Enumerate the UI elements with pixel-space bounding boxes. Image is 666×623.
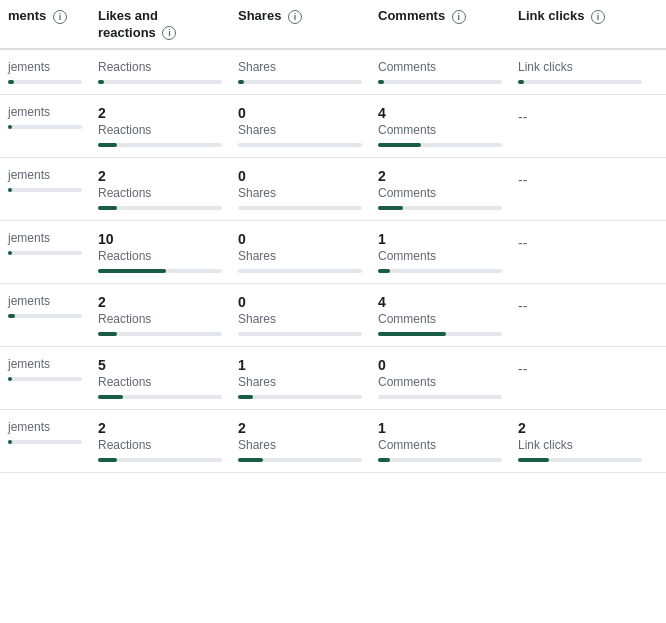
cell-label: Comments xyxy=(378,123,502,137)
progress-fill xyxy=(8,314,15,318)
progress-fill xyxy=(238,458,263,462)
cell-label: Shares xyxy=(238,312,362,326)
progress-bg xyxy=(238,269,362,273)
progress-bg xyxy=(98,458,222,462)
cell-reactions-3: 2 Reactions xyxy=(90,294,230,336)
progress-bg xyxy=(238,395,362,399)
cell-value: 2 xyxy=(378,168,502,184)
cell-value: 0 xyxy=(238,294,362,310)
cell-dash: -- xyxy=(518,168,642,188)
cell-shares-0: 0 Shares xyxy=(230,105,370,147)
header-engagements: ments i xyxy=(0,8,90,25)
table-row: jements 10 Reactions 0 Shares 1 Comments… xyxy=(0,221,666,284)
progress-fill xyxy=(238,395,253,399)
progress-bg xyxy=(378,80,502,84)
info-icon-shares[interactable]: i xyxy=(288,10,302,24)
progress-fill xyxy=(98,395,123,399)
cell-label: Comments xyxy=(378,186,502,200)
progress-fill xyxy=(378,458,390,462)
cell-label: Reactions xyxy=(98,438,222,452)
progress-bg xyxy=(8,188,82,192)
progress-fill xyxy=(8,377,12,381)
cell-dash: -- xyxy=(518,357,642,377)
cell-comments-5: 1 Comments xyxy=(370,420,510,462)
info-icon-comments[interactable]: i xyxy=(452,10,466,24)
header-likes: Likes and reactions i xyxy=(90,8,230,42)
cell-value: 1 xyxy=(378,231,502,247)
cell-reactions-1: 2 Reactions xyxy=(90,168,230,210)
progress-fill xyxy=(378,80,384,84)
rows-container: jements 2 Reactions 0 Shares 4 Comments … xyxy=(0,95,666,473)
info-icon-linkclicks[interactable]: i xyxy=(591,10,605,24)
cell-value: 0 xyxy=(238,231,362,247)
metrics-table: ments i Likes and reactions i Shares i C… xyxy=(0,0,666,473)
cell-label: Reactions xyxy=(98,375,222,389)
table-row: jements 2 Reactions 0 Shares 4 Comments … xyxy=(0,284,666,347)
cell-engagements-1: jements xyxy=(0,168,90,192)
info-icon-likes[interactable]: i xyxy=(162,26,176,40)
cell-label: Shares xyxy=(238,438,362,452)
subheader-reactions: Reactions xyxy=(90,60,230,84)
table-row: jements 2 Reactions 2 Shares 1 Comments … xyxy=(0,410,666,473)
progress-bg xyxy=(378,206,502,210)
progress-fill xyxy=(8,251,12,255)
progress-bg xyxy=(98,143,222,147)
table-row: jements 5 Reactions 1 Shares 0 Comments … xyxy=(0,347,666,410)
cell-engagements-4: jements xyxy=(0,357,90,381)
cell-label: Comments xyxy=(378,249,502,263)
progress-bg xyxy=(238,332,362,336)
progress-bg xyxy=(8,80,82,84)
cell-value: 2 xyxy=(98,168,222,184)
cell-engagements-5: jements xyxy=(0,420,90,444)
cell-label: Reactions xyxy=(98,123,222,137)
progress-bg xyxy=(98,332,222,336)
progress-bg xyxy=(238,143,362,147)
subheader-comments: Comments xyxy=(370,60,510,84)
progress-fill xyxy=(518,80,524,84)
cell-dash: -- xyxy=(518,105,642,125)
progress-fill xyxy=(8,188,12,192)
cell-engagements-0: jements xyxy=(0,105,90,129)
progress-bg xyxy=(98,206,222,210)
progress-fill xyxy=(378,332,446,336)
table-header: ments i Likes and reactions i Shares i C… xyxy=(0,0,666,50)
progress-fill xyxy=(378,143,421,147)
subheader-engagements: jements xyxy=(0,60,90,84)
progress-fill xyxy=(98,143,117,147)
table-row: jements 2 Reactions 0 Shares 4 Comments … xyxy=(0,95,666,158)
progress-fill xyxy=(98,269,166,273)
cell-value: 0 xyxy=(238,168,362,184)
cell-label: Shares xyxy=(238,123,362,137)
table-row: jements 2 Reactions 0 Shares 2 Comments … xyxy=(0,158,666,221)
cell-value: 0 xyxy=(238,105,362,121)
info-icon-engagements[interactable]: i xyxy=(53,10,67,24)
cell-label: Comments xyxy=(378,438,502,452)
progress-bg xyxy=(8,251,82,255)
cell-reactions-0: 2 Reactions xyxy=(90,105,230,147)
cell-comments-1: 2 Comments xyxy=(370,168,510,210)
header-shares: Shares i xyxy=(230,8,370,25)
cell-value: 2 xyxy=(98,420,222,436)
cell-reactions-4: 5 Reactions xyxy=(90,357,230,399)
cell-value: 1 xyxy=(378,420,502,436)
cell-engagements-2: jements xyxy=(0,231,90,255)
cell-label: jements xyxy=(8,231,82,245)
subheader-row: jements Reactions Shares Comments Link c… xyxy=(0,50,666,95)
cell-label: jements xyxy=(8,168,82,182)
cell-dash: -- xyxy=(518,231,642,251)
cell-label: jements xyxy=(8,357,82,371)
progress-fill xyxy=(238,80,244,84)
cell-label: Comments xyxy=(378,312,502,326)
cell-linkclicks-1: -- xyxy=(510,168,650,188)
progress-fill xyxy=(8,125,12,129)
cell-value: 2 xyxy=(238,420,362,436)
progress-fill xyxy=(378,269,390,273)
progress-fill xyxy=(98,458,117,462)
cell-shares-2: 0 Shares xyxy=(230,231,370,273)
progress-bg xyxy=(378,143,502,147)
subheader-linkclicks: Link clicks xyxy=(510,60,650,84)
progress-bg xyxy=(378,395,502,399)
cell-label: Shares xyxy=(238,249,362,263)
cell-label: Reactions xyxy=(98,249,222,263)
cell-linkclicks-3: -- xyxy=(510,294,650,314)
